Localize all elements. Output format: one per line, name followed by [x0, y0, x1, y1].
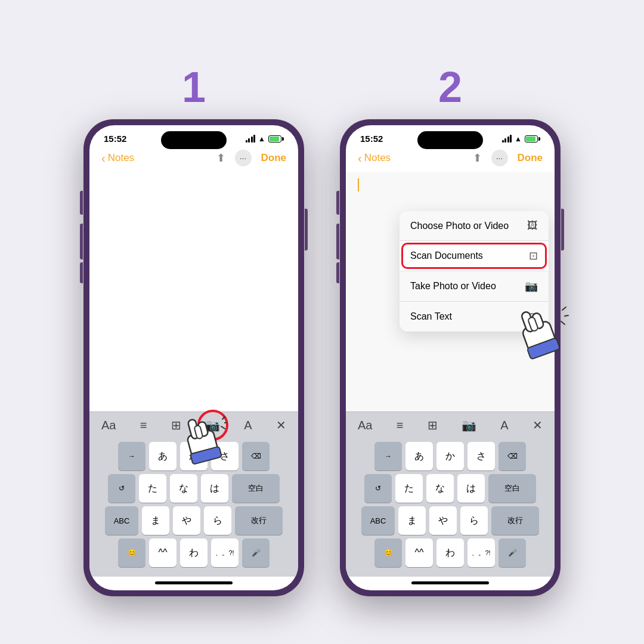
- wifi-icon-1: ▲: [258, 135, 265, 143]
- table-button-1[interactable]: ⊞: [171, 418, 181, 432]
- key-sa-1[interactable]: さ: [211, 442, 239, 470]
- key-hat-1[interactable]: ^^: [149, 538, 177, 567]
- key-ma-1[interactable]: ま: [142, 506, 169, 535]
- key-emoji-1[interactable]: 😊: [118, 538, 145, 567]
- key-sa-2[interactable]: さ: [467, 442, 495, 470]
- time-2: 15:52: [360, 134, 383, 144]
- phone2: 15:52 ▲: [340, 119, 561, 596]
- key-abc-2[interactable]: ABC: [361, 506, 395, 535]
- key-mic-1[interactable]: 🎤: [242, 538, 270, 567]
- list-button-1[interactable]: ≡: [140, 419, 147, 432]
- key-ma-2[interactable]: ま: [398, 506, 426, 535]
- key-punct-1[interactable]: 、。?!: [211, 538, 239, 567]
- key-ka-1[interactable]: か: [180, 442, 208, 470]
- key-enter-1[interactable]: 改行: [235, 506, 283, 535]
- vol-button-2: [336, 262, 339, 283]
- kb-row2-1: ↺ た な は 空白: [92, 474, 296, 503]
- camera-button-2[interactable]: 📷: [462, 418, 476, 432]
- key-wa-1[interactable]: わ: [180, 538, 208, 567]
- key-undo-1[interactable]: ↺: [108, 474, 135, 503]
- kb-row1-2: → あ か さ ⌫: [348, 442, 552, 470]
- key-ha-2[interactable]: は: [457, 474, 485, 503]
- dynamic-island-1: [161, 131, 227, 149]
- key-ha-1[interactable]: は: [201, 474, 228, 503]
- kb-row2-2: ↺ た な は 空白: [348, 474, 552, 503]
- key-a-2[interactable]: あ: [405, 442, 433, 470]
- key-mic-2[interactable]: 🎤: [499, 538, 526, 567]
- key-delete-2[interactable]: ⌫: [499, 442, 526, 470]
- format-button-2[interactable]: A: [500, 419, 508, 432]
- key-a-1[interactable]: あ: [149, 442, 177, 470]
- nav-back-label-1[interactable]: Notes: [108, 152, 134, 164]
- share-icon-1[interactable]: ⬆: [216, 151, 225, 165]
- key-ka-2[interactable]: か: [436, 442, 464, 470]
- done-button-1[interactable]: Done: [261, 152, 287, 164]
- step1-wrapper: 1 15:52 ▲: [83, 66, 304, 596]
- list-button-2[interactable]: ≡: [397, 419, 404, 432]
- step1-number: 1: [182, 66, 206, 109]
- key-ya-1[interactable]: や: [173, 506, 200, 535]
- key-delete-1[interactable]: ⌫: [242, 442, 270, 470]
- svg-line-13: [562, 307, 566, 310]
- popup-item-scan-text[interactable]: Scan Text ⊟: [400, 302, 549, 332]
- kb-row3-1: ABC ま や ら 改行: [92, 506, 296, 535]
- nav-bar-1: ‹ Notes ⬆ ··· Done: [89, 147, 298, 172]
- popup-item-take-photo[interactable]: Take Photo or Video 📷: [400, 271, 549, 302]
- key-ta-1[interactable]: た: [139, 474, 166, 503]
- scan-text-icon: ⊟: [529, 310, 538, 323]
- more-button-2[interactable]: ···: [491, 150, 508, 166]
- key-enter-2[interactable]: 改行: [491, 506, 539, 535]
- more-button-1[interactable]: ···: [235, 150, 252, 166]
- nav-back-1[interactable]: ‹ Notes: [101, 151, 134, 165]
- battery-icon-2: [525, 135, 540, 143]
- key-emoji-2[interactable]: 😊: [374, 538, 402, 567]
- key-ya-2[interactable]: や: [429, 506, 457, 535]
- svg-line-14: [565, 315, 568, 316]
- choose-photo-icon: 🖼: [527, 219, 538, 232]
- font-button-2[interactable]: Aa: [358, 419, 372, 432]
- share-icon-2[interactable]: ⬆: [473, 151, 482, 165]
- key-na-1[interactable]: な: [170, 474, 197, 503]
- key-na-2[interactable]: な: [426, 474, 454, 503]
- phone1: 15:52 ▲: [83, 119, 304, 596]
- key-arrow-2[interactable]: →: [374, 442, 402, 470]
- key-space-1[interactable]: 空白: [232, 474, 280, 503]
- key-space-2[interactable]: 空白: [488, 474, 536, 503]
- battery-icon-1: [268, 135, 284, 143]
- close-button-2[interactable]: ✕: [532, 418, 543, 432]
- kb-row4-1: 😊 ^^ わ 、。?! 🎤: [92, 538, 296, 567]
- key-wa-2[interactable]: わ: [436, 538, 464, 567]
- format-button-1[interactable]: A: [244, 419, 252, 432]
- kb-row4-2: 😊 ^^ わ 、。?! 🎤: [348, 538, 552, 567]
- camera-button-1[interactable]: 📷: [205, 418, 220, 432]
- home-indicator-2: [411, 581, 489, 584]
- kb-row3-2: ABC ま や ら 改行: [348, 506, 552, 535]
- nav-back-label-2[interactable]: Notes: [364, 152, 391, 164]
- close-button-1[interactable]: ✕: [276, 418, 286, 432]
- svg-line-15: [561, 321, 565, 324]
- font-button-1[interactable]: Aa: [101, 419, 116, 432]
- popup-item-scan-docs[interactable]: Scan Documents ⊡: [400, 241, 549, 271]
- home-indicator-1: [155, 581, 233, 584]
- key-ra-1[interactable]: ら: [204, 506, 231, 535]
- nav-back-2[interactable]: ‹ Notes: [358, 151, 391, 165]
- done-button-2[interactable]: Done: [518, 152, 543, 164]
- key-undo-2[interactable]: ↺: [364, 474, 392, 503]
- nav-center-2: ⬆ ··· Done: [473, 150, 543, 166]
- time-1: 15:52: [104, 134, 126, 144]
- nav-center-1: ⬆ ··· Done: [216, 150, 287, 166]
- key-arrow-1[interactable]: →: [118, 442, 145, 470]
- key-punct-2[interactable]: 、。?!: [467, 538, 495, 567]
- popup-item-choose-photo[interactable]: Choose Photo or Video 🖼: [400, 211, 549, 241]
- key-hat-2[interactable]: ^^: [405, 538, 433, 567]
- key-ra-2[interactable]: ら: [460, 506, 488, 535]
- text-cursor-2: [358, 178, 359, 191]
- status-bar-1: 15:52 ▲: [89, 125, 298, 147]
- table-button-2[interactable]: ⊞: [428, 418, 438, 432]
- status-icons-2: ▲: [502, 135, 540, 143]
- signal-icon-2: [502, 135, 512, 143]
- status-bar-2: 15:52 ▲: [346, 125, 555, 147]
- key-abc-1[interactable]: ABC: [105, 506, 138, 535]
- key-ta-2[interactable]: た: [395, 474, 423, 503]
- popup-menu-2: Choose Photo or Video 🖼 Scan Documents ⊡…: [400, 211, 549, 332]
